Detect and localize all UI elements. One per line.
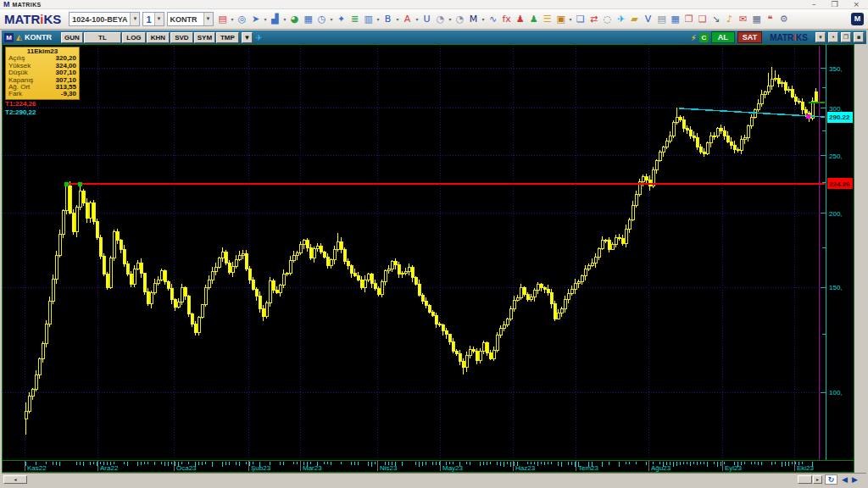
depth-list-icon[interactable]: ≣ [348,11,362,28]
line-chart-icon[interactable]: ∿ [487,11,500,28]
save-layout-icon[interactable]: ▤ [216,11,230,28]
chart-toolbar-buttons: GUNTLLOGKHNSVDSYMTMP [61,32,239,43]
search-icon[interactable]: ◌ [601,11,615,28]
clock-caret-icon[interactable]: ▾ [329,16,335,22]
matriks-tray-icon[interactable]: M [851,13,864,25]
indicator-chart-caret-icon[interactable]: ▾ [282,16,288,22]
refresh-circle-2-icon[interactable]: ◔ [453,11,467,28]
chart-mode-button-tl[interactable]: TL [84,32,121,43]
header-brand: MATRiKS [770,33,808,42]
orderbook-icon[interactable]: ▥ [362,11,376,28]
clipboard-icon[interactable]: ▤ [655,11,669,28]
matriks-logo: MATRiKS [4,12,61,26]
candles[interactable] [25,67,817,434]
chart-mode-button-log[interactable]: LOG [122,32,146,43]
folder-icon[interactable]: ▰ [628,11,642,28]
new-window-icon[interactable]: ❐ [682,11,696,28]
calculator-icon[interactable]: ▦ [750,11,764,28]
twitter-icon[interactable]: ✈ [255,33,262,42]
refresh-icon[interactable]: ↻ [825,474,837,485]
ohlc-info-box[interactable]: 11Ekim23 Açılış320,20Yüksek324,00Düşük30… [5,47,80,100]
symbol-combo[interactable]: KONTR ▼ [167,12,214,26]
portfolio-safe-caret-icon[interactable]: ▾ [568,16,574,22]
svg-text:Ağu23: Ağu23 [651,464,671,472]
users-icon[interactable]: ♟ [527,11,541,28]
document-rates-icon[interactable]: ❏ [574,11,587,28]
svg-text:250,: 250, [829,152,843,160]
restore-button[interactable]: ❐ [841,32,851,42]
chart-mode-button-sym[interactable]: SYM [194,32,215,43]
svg-text:Kas22: Kas22 [27,464,47,472]
svg-text:200,: 200, [829,210,843,218]
underline-u-tool-icon[interactable]: U [420,11,434,28]
workspace-combo[interactable]: 1024-100-BEYA ▼ [69,12,140,26]
user-icon[interactable]: ♟ [514,11,527,28]
chart-mode-button-gun[interactable]: GUN [61,32,83,43]
refresh-circle-caret-icon[interactable]: ▾ [448,16,453,22]
c-badge-icon[interactable]: C [699,33,709,42]
signal-levels-icon[interactable]: ☰ [541,11,554,28]
save-layout-caret-icon[interactable]: ▾ [230,16,236,22]
minimize-chart-button[interactable]: ▪ [854,32,864,42]
zoom-icon[interactable]: ◎ [236,11,249,28]
scroll-right-button[interactable]: ▸ [813,475,822,484]
grid [3,46,826,460]
pointer-caret-icon[interactable]: ▾ [263,16,269,22]
new-window-2-icon[interactable]: ❏ [696,11,709,28]
bold-b-tool-icon[interactable]: B [381,11,395,28]
chevron-down-icon[interactable]: ▼ [203,13,213,25]
svg-text:Mar23: Mar23 [303,464,322,472]
alarm-bell-icon[interactable]: ♪ [723,11,737,28]
workspace-combo-value: 1024-100-BEYA [70,15,130,24]
chart-mode-button-svd[interactable]: SVD [170,32,193,43]
pointer-icon[interactable]: ➤ [249,11,263,28]
chevron-down-icon[interactable]: ▼ [154,13,164,25]
orderbook-caret-icon[interactable]: ▾ [376,16,381,22]
trend-arrow-icon[interactable]: ↘ [709,11,723,28]
agreement-icon[interactable]: ✦ [335,11,348,28]
mail-icon[interactable]: ✉ [737,11,750,28]
indicator-chart-icon[interactable]: ▟ [269,11,282,28]
screen-board-icon[interactable]: ▦ [302,11,315,28]
screen-2-icon[interactable]: ▦ [669,11,682,28]
annotation-a-tool-caret-icon[interactable]: ▾ [415,16,420,22]
chart-window-icon[interactable]: M [4,33,14,42]
chart-mode-button-khn[interactable]: KHN [147,32,170,43]
function-fx-icon[interactable]: fx [500,11,514,28]
sell-button[interactable]: SAT [737,31,762,43]
scrollbar-thumb[interactable] [798,475,812,484]
shade-button[interactable]: ▾ [815,32,826,42]
portfolio-safe-icon[interactable]: ▣ [554,11,568,28]
chart-mode-button-tmp[interactable]: TMP [216,32,239,43]
price-chart[interactable]: Kas22Ara22Oca23Şub23Mar23Nis23May23Haz23… [2,44,854,473]
settings-gears-icon[interactable]: ⚙ [777,11,791,28]
viop-v-icon[interactable]: V [642,11,655,28]
lightning-icon[interactable]: ⚡ [691,33,697,42]
chart-dropdown-button[interactable]: ▼ [242,32,253,43]
twitter-icon[interactable]: ✈ [615,11,628,28]
currency-exchange-icon[interactable]: ⇄ [587,11,601,28]
title-bar: M MATRIKS – ❒ × [0,0,868,9]
minimize-icon[interactable]: – [812,1,816,8]
next-symbol-icon[interactable]: ▶ [852,475,858,484]
refresh-circle-icon[interactable]: ◔ [434,11,448,28]
clock-icon[interactable]: ◷ [315,11,329,28]
info-box-rows: Açılış320,20Yüksek324,00Düşük307,10Kapan… [8,55,76,97]
close-icon[interactable]: × [853,1,860,8]
dot-button[interactable]: • [828,32,838,42]
chat-icon[interactable]: ❝ [764,11,777,28]
matriks-menu-caret-icon[interactable]: ▾ [481,16,487,22]
maximize-icon[interactable]: ❒ [831,1,837,8]
page-combo[interactable]: 1 ▼ [142,12,164,26]
scroll-left-button[interactable]: ◂ [3,475,27,484]
pie-chart-icon[interactable]: ◕ [288,11,302,28]
bold-b-tool-caret-icon[interactable]: ▾ [395,16,401,22]
chevron-down-icon[interactable]: ▼ [130,13,139,25]
window-controls: – ❒ × [812,1,860,8]
overlays[interactable] [64,46,825,460]
buy-button[interactable]: AL [711,31,735,43]
prev-symbol-icon[interactable]: ◀ [842,475,848,484]
matriks-menu-icon[interactable]: M [467,11,481,28]
chart-window: M ◭ KONTR GUNTLLOGKHNSVDSYMTMP ▼ ✈ ⚡ C A… [0,30,868,488]
annotation-a-tool-icon[interactable]: A [401,11,415,28]
